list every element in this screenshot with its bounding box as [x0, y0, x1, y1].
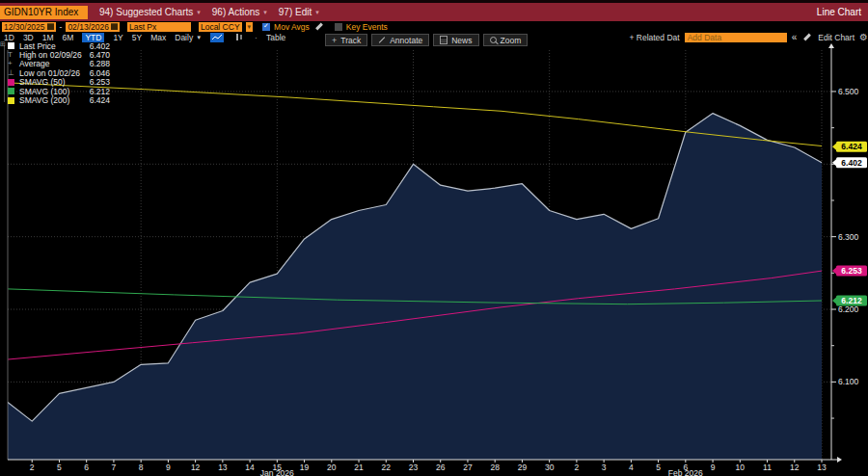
price-field-selector[interactable]: Last Px	[127, 22, 191, 32]
x-tick-label: 20	[327, 463, 337, 472]
date-from-field[interactable]: 12/30/2025	[2, 22, 56, 32]
line-chart-icon[interactable]	[210, 33, 224, 42]
chevron-down-icon: ▾	[315, 9, 319, 16]
x-tick-label: 13	[817, 463, 827, 472]
x-tick-label: 14	[245, 463, 255, 472]
range-tabs: 1D3D1M6MYTD1Y5YMax	[4, 33, 166, 42]
legend-high-marker-icon: T	[8, 51, 16, 59]
x-month-label: Feb 2026	[668, 468, 703, 476]
legend-row-average[interactable]: +Average6.288	[8, 60, 110, 68]
x-tick-label: 5	[57, 463, 62, 472]
x-axis-arrow-icon	[837, 457, 842, 463]
legend-row-smavg-100[interactable]: SMAVG (100)6.212	[8, 87, 110, 95]
chevron-down-icon: ▾	[197, 9, 201, 16]
range-tab-6m[interactable]: 6M	[63, 33, 74, 42]
x-tick-label: 9	[166, 463, 171, 472]
x-month-label: Jan 2026	[260, 468, 294, 476]
range-tab-5y[interactable]: 5Y	[132, 33, 142, 42]
legend-avg-marker-icon: +	[8, 60, 16, 67]
axis-badge-notch	[832, 144, 836, 150]
x-tick-label: 5	[656, 463, 661, 472]
x-tick-label: 11	[763, 463, 772, 472]
chart-settings-bar: 12/30/2025 - 02/13/2026 Last Px Local CC…	[0, 21, 868, 32]
legend-swatch-icon	[8, 79, 16, 86]
x-tick-label: 30	[545, 463, 555, 472]
axis-badge-notch	[832, 159, 836, 166]
x-tick-label: 9	[711, 463, 716, 472]
key-events-label: Key Events	[346, 22, 388, 32]
x-tick-label: 8	[139, 463, 144, 472]
legend-swatch-icon	[8, 42, 16, 49]
axis-badge-value: 6.212	[841, 296, 862, 305]
y-tick-label: 6.300	[838, 232, 859, 242]
legend-swatch-icon	[8, 97, 16, 104]
x-tick-label: 28	[490, 463, 500, 472]
bloomberg-chart-window: GIDN10YR Index 94) Suggested Charts▾96) …	[0, 0, 868, 476]
command-menu: 94) Suggested Charts▾96) Actions▾97) Edi…	[99, 7, 331, 17]
edit-chart-pencil-icon[interactable]	[803, 34, 811, 41]
chevron-down-icon: ▼	[196, 35, 202, 40]
legend-row-last-price[interactable]: Last Price6.402	[8, 41, 110, 50]
mov-avgs-label: Mov Avgs	[274, 22, 310, 32]
currency-dropdown-icon[interactable]: ▾	[246, 22, 254, 32]
chart-plot[interactable]: 6.5006.3006.2006.10025678912131415192021…	[0, 0, 868, 476]
mov-avgs-checkbox[interactable]	[262, 23, 270, 31]
axis-badge-value: 6.424	[841, 142, 862, 151]
legend-swatch-icon	[8, 88, 16, 94]
x-tick-label: 12	[790, 463, 800, 472]
mov-avgs-edit-icon[interactable]	[315, 23, 323, 31]
gear-icon[interactable]: ⚙	[859, 33, 868, 42]
x-tick-label: 23	[409, 463, 419, 472]
range-tab-1d[interactable]: 1D	[4, 33, 14, 42]
menu-item-96-actions[interactable]: 96) Actions	[212, 7, 259, 17]
legend-row-smavg-50[interactable]: SMAVG (50)6.253	[8, 78, 110, 87]
chevron-down-icon: ▾	[263, 9, 267, 16]
y-tick-label: 6.200	[838, 304, 859, 314]
range-tab-max[interactable]: Max	[150, 33, 166, 42]
menu-item-97-edit[interactable]: 97) Edit	[279, 7, 312, 17]
security-ticker-field[interactable]: GIDN10YR Index	[0, 6, 88, 19]
axis-badge-value: 6.402	[841, 158, 862, 168]
edit-chart-button[interactable]: Edit Chart	[818, 33, 854, 42]
collapse-icon[interactable]: «	[792, 32, 798, 42]
x-tick-label: 13	[218, 463, 228, 472]
legend-value: 6.424	[90, 95, 110, 105]
chart-legend: ⊞ Last Price6.402THigh on 02/09/266.470+…	[8, 41, 110, 105]
x-tick-label: 12	[191, 463, 201, 472]
legend-label: SMAVG (200)	[19, 95, 69, 105]
currency-selector[interactable]: Local CCY	[199, 22, 242, 32]
key-events-checkbox[interactable]	[335, 23, 342, 31]
range-tab-ytd[interactable]: YTD	[82, 33, 104, 42]
frequency-selector[interactable]: Daily ▼	[175, 33, 202, 42]
y-tick-label: 6.500	[838, 87, 859, 96]
x-tick-label: 27	[463, 463, 473, 472]
axis-badge-notch	[832, 297, 836, 304]
calendar-icon[interactable]	[47, 23, 54, 30]
y-axis-arrow-icon	[828, 43, 834, 48]
x-tick-label: 21	[354, 463, 364, 472]
legend-row-smavg-200[interactable]: SMAVG (200)6.424	[8, 95, 110, 104]
x-tick-label: 7	[112, 463, 117, 472]
y-tick-label: 6.100	[838, 377, 859, 386]
add-data-input[interactable]	[685, 33, 787, 42]
calendar-icon[interactable]	[111, 23, 118, 30]
x-tick-label: 3	[602, 463, 607, 472]
legend-low-marker-icon: ⊥	[8, 69, 16, 77]
legend-row-low-on-01-02-26[interactable]: ⊥Low on 01/02/266.046	[8, 68, 110, 77]
menu-item-94-suggested-charts[interactable]: 94) Suggested Charts	[99, 7, 193, 17]
command-bar: GIDN10YR Index 94) Suggested Charts▾96) …	[0, 3, 868, 21]
range-tab-1y[interactable]: 1Y	[113, 33, 122, 42]
candle-chart-icon[interactable]	[232, 33, 246, 42]
toolbar-separator: ·	[255, 33, 258, 42]
x-tick-label: 6	[84, 463, 89, 472]
x-tick-label: 10	[736, 463, 746, 472]
period-bar: 1D3D1M6MYTD1Y5YMax Daily ▼ · Table + Rel…	[0, 32, 868, 42]
range-tab-1m[interactable]: 1M	[42, 33, 54, 42]
table-button[interactable]: Table	[266, 33, 285, 42]
legend-row-high-on-02-09-26[interactable]: THigh on 02/09/266.470	[8, 50, 110, 59]
date-to-field[interactable]: 02/13/2026	[66, 22, 120, 32]
chart-type-label: Line Chart	[817, 7, 861, 17]
range-tab-3d[interactable]: 3D	[23, 33, 34, 42]
related-data-label[interactable]: + Related Dat	[629, 33, 679, 42]
axis-badge-value: 6.253	[841, 266, 862, 276]
